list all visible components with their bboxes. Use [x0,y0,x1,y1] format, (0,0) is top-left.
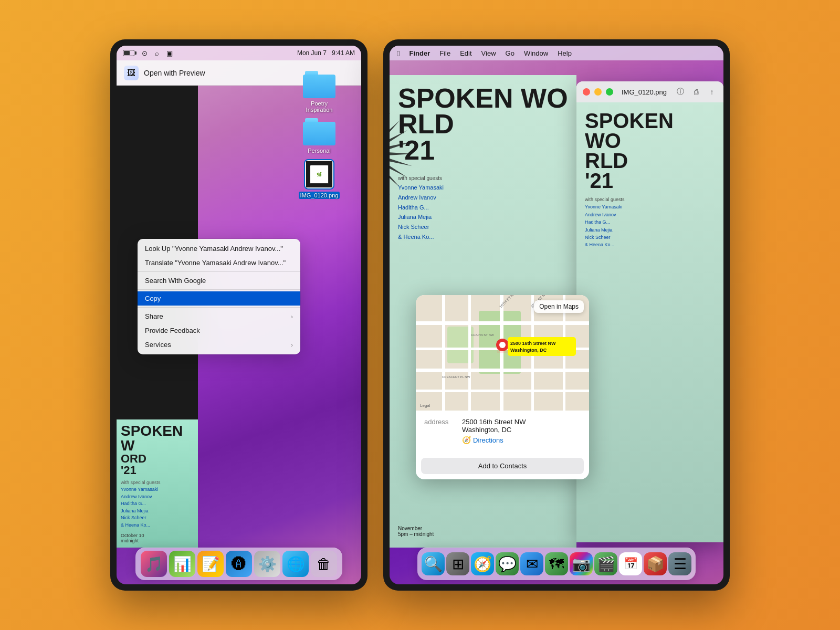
file-icon-img: 🌿 [304,159,334,190]
right-poster-title: SPOKEN WORLD'21 [398,86,568,163]
finder-poster-preview: SPOKEN WORLD'21 with special guests Yvon… [576,102,723,542]
share-label: Share [145,312,163,320]
dock-icon-pages[interactable]: 📝 [197,551,224,577]
divider-1 [138,271,300,272]
control-icon[interactable]: ▣ [166,49,173,57]
dock-icon-numbers[interactable]: 📊 [169,551,195,577]
context-menu-copy[interactable]: Copy [138,291,300,306]
starburst-graphic [390,101,419,206]
add-to-contacts-button[interactable]: Add to Contacts [421,458,584,474]
file-label-img: IMG_0120.png [299,192,340,199]
directions-link[interactable]: 🧭 Directions [462,436,526,444]
poster-guests: with special guests Yvonne Yamasaki Andr… [121,479,194,529]
finder-edit-menu[interactable]: Edit [460,49,471,57]
dock-icon-mail[interactable]: ✉ [520,552,543,575]
right-desktop-background:  Finder File Edit View Go Window Help S… [390,46,723,584]
dock-icon-controlcenter[interactable]: ☰ [668,552,691,575]
dock-icon-facetime[interactable]: 🎬 [594,552,617,575]
directions-label: Directions [473,436,503,444]
translate-label: Translate "Yvonne Yamasaki Andrew Ivanov… [145,259,286,267]
desktop-icon-personal[interactable]: Personal [303,118,335,154]
finder-toolbar-icons: ⓘ ⎙ ↑ [675,87,717,97]
file-icon-content: 🌿 [310,165,329,184]
artwork-poster: SPOKENW ORD'21 with special guests Yvonn… [117,419,198,548]
menubar-left: ⊙ ⌕ ▣ [123,49,173,57]
finder-app-name[interactable]: Finder [409,49,430,57]
dock-icon-finder[interactable]: 🔍 [422,552,445,575]
copy-label: Copy [145,295,161,302]
poster-title: SPOKENW [121,424,194,453]
dock-icon-messages[interactable]: 💬 [496,552,519,575]
finder-view-menu[interactable]: View [481,49,496,57]
context-menu-share[interactable]: Share › [138,309,300,323]
context-menu-search[interactable]: Search With Google [138,274,300,288]
map-address-row: address 2500 16th Street NW Washington, … [424,418,581,444]
map-area: 16TH ST NW 15TH ST NW CHAPIN ST NW CRESC… [416,295,589,411]
right-poster-date: November5pm – midnight [398,526,568,537]
svg-text:2500 16th Street NW: 2500 16th Street NW [510,341,556,346]
finder-info-icon[interactable]: ⓘ [675,87,686,97]
left-mac-screen: ⊙ ⌕ ▣ Mon Jun 7 9:41 AM 🖼 Open with Prev… [117,46,361,584]
dock-icon-appstore[interactable]: 🅐 [226,551,252,577]
menubar-time: 9:41 AM [332,49,355,57]
desktop-icon-poetry[interactable]: Poetry Inspiration [298,71,340,113]
finder-window: IMG_0120.png ⓘ ⎙ ↑ SPOKEN WORLD'21 with … [576,81,723,542]
traffic-light-max[interactable] [606,88,613,96]
context-menu-lookup[interactable]: Look Up "Yvonne Yamasaki Andrew Ivanov..… [138,242,300,256]
open-in-maps-button[interactable]: Open in Maps [534,300,584,313]
menubar-datetime: Mon Jun 7 [297,49,327,57]
right-desktop-content: SPOKEN WORLD'21 [390,60,723,548]
dock-icon-settings[interactable]: ⚙️ [254,551,280,577]
finder-go-menu[interactable]: Go [506,49,514,57]
map-info: address 2500 16th Street NW Washington, … [416,411,589,454]
traffic-light-min[interactable] [594,88,602,96]
lookup-label: Look Up "Yvonne Yamasaki Andrew Ivanov..… [145,245,283,253]
search-google-label: Search With Google [145,277,206,285]
open-with-preview-label: Open with Preview [144,69,205,77]
dock-icon-contacts[interactable]: 📦 [644,552,667,575]
finder-window-menu[interactable]: Window [524,49,548,57]
finder-share-icon2[interactable]: ↑ [707,87,717,97]
dock-icon-music[interactable]: 🎵 [141,551,167,577]
poster-year: ORD'21 [121,453,194,476]
file-icon-inner: 🌿 [306,161,332,187]
right-mac-device:  Finder File Edit View Go Window Help S… [383,39,730,591]
finder-titlebar: IMG_0120.png ⓘ ⎙ ↑ [576,81,723,102]
search-icon[interactable]: ⌕ [155,49,159,57]
finder-file-menu[interactable]: File [439,49,450,57]
svg-rect-19 [442,295,445,411]
battery-icon [123,50,134,56]
finder-share-icon[interactable]: ⎙ [691,87,701,97]
left-dock: 🎵 📊 📝 🅐 ⚙️ 🌐 🗑 [135,548,342,580]
dock-icon-launchpad[interactable]: ⊞ [446,552,469,575]
left-desktop-content: 🖼 Open with Preview SPOKENW ORD'21 with … [117,60,361,548]
left-mac-device: ⊙ ⌕ ▣ Mon Jun 7 9:41 AM 🖼 Open with Prev… [110,39,368,591]
dock-icon-calendar[interactable]: 📅 [619,552,642,575]
dock-icon-trash[interactable]: 🗑 [311,551,337,577]
finder-poster-title: SPOKEN WORLD'21 [585,111,715,191]
map-legal-text: Legal [420,403,430,408]
traffic-light-close[interactable] [583,88,590,96]
dock-icon-photos[interactable]: 📷 [570,552,593,575]
svg-text:CHAPIN ST NW: CHAPIN ST NW [471,333,494,337]
context-menu-translate[interactable]: Translate "Yvonne Yamasaki Andrew Ivanov… [138,256,300,270]
preview-app-icon: 🖼 [124,66,139,80]
finder-content: SPOKEN WORLD'21 with special guests Yvon… [576,102,723,542]
context-menu: Look Up "Yvonne Yamasaki Andrew Ivanov..… [138,239,300,354]
finder-window-title: IMG_0120.png [617,88,671,96]
folder-label-personal: Personal [308,148,330,154]
map-popup: 16TH ST NW 15TH ST NW CHAPIN ST NW CRESC… [416,295,589,479]
dock-icon-maps[interactable]: 🗺 [545,552,568,575]
dock-icon-safari[interactable]: 🧭 [471,552,494,575]
context-menu-services[interactable]: Services › [138,338,300,352]
finder-help-menu[interactable]: Help [558,49,572,57]
svg-point-30 [499,342,506,348]
map-address-value: 2500 16th Street NW Washington, DC 🧭 Dir… [462,418,526,444]
right-mac-screen:  Finder File Edit View Go Window Help S… [390,46,723,584]
desktop-icon-img[interactable]: 🌿 IMG_0120.png [299,159,340,199]
svg-rect-20 [468,295,471,411]
folder-icon-poetry [303,71,335,98]
apple-menu[interactable]:  [397,49,400,58]
dock-icon-browser[interactable]: 🌐 [282,551,309,577]
context-menu-feedback[interactable]: Provide Feedback [138,323,300,338]
